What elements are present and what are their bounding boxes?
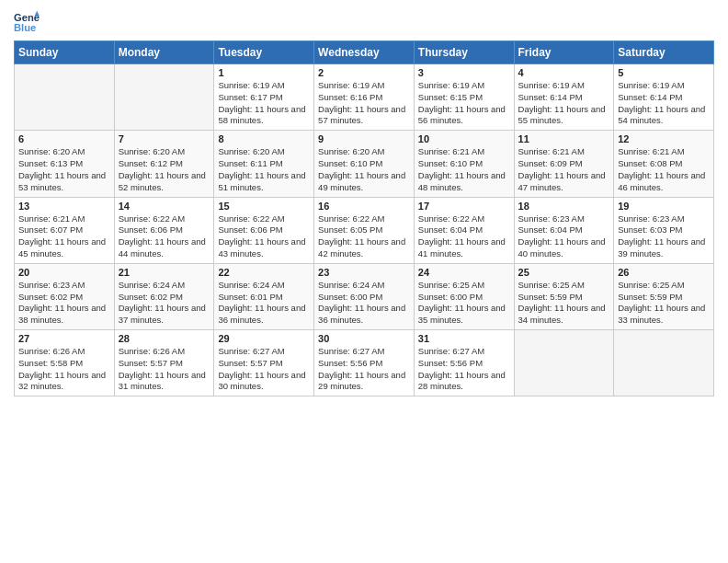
sunset-text: Sunset: 6:03 PM <box>618 224 682 235</box>
sunrise-text: Sunrise: 6:27 AM <box>418 346 484 356</box>
page: General Blue SundayMondayTuesdayWednesda… <box>0 0 728 563</box>
calendar-cell: 18Sunrise: 6:23 AMSunset: 6:04 PMDayligh… <box>514 197 614 263</box>
calendar-cell: 4Sunrise: 6:19 AMSunset: 6:14 PMDaylight… <box>514 64 614 131</box>
sunrise-text: Sunrise: 6:20 AM <box>18 146 85 156</box>
calendar-cell <box>514 330 614 396</box>
daylight-text: Daylight: 11 hours and 36 minutes. <box>218 303 305 325</box>
weekday-header-thursday: Thursday <box>414 41 514 64</box>
daylight-text: Daylight: 11 hours and 35 minutes. <box>418 303 506 325</box>
daylight-text: Daylight: 11 hours and 41 minutes. <box>418 236 506 259</box>
calendar-cell: 1Sunrise: 6:19 AMSunset: 6:17 PMDaylight… <box>214 64 314 131</box>
svg-text:Blue: Blue <box>14 22 36 33</box>
sunset-text: Sunset: 6:00 PM <box>318 292 382 302</box>
calendar-cell: 12Sunrise: 6:21 AMSunset: 6:08 PMDayligh… <box>614 131 714 197</box>
daylight-text: Daylight: 11 hours and 47 minutes. <box>518 170 606 192</box>
daylight-text: Daylight: 11 hours and 56 minutes. <box>418 104 506 126</box>
sunrise-text: Sunrise: 6:19 AM <box>518 80 585 90</box>
day-info: Sunrise: 6:26 AMSunset: 5:58 PMDaylight:… <box>18 346 110 393</box>
sunrise-text: Sunrise: 6:19 AM <box>318 80 384 90</box>
calendar-cell: 8Sunrise: 6:20 AMSunset: 6:11 PMDaylight… <box>214 131 314 197</box>
daylight-text: Daylight: 11 hours and 29 minutes. <box>318 370 405 392</box>
day-info: Sunrise: 6:20 AMSunset: 6:10 PMDaylight:… <box>318 146 410 193</box>
day-info: Sunrise: 6:24 AMSunset: 6:02 PMDaylight:… <box>119 280 210 327</box>
day-number: 23 <box>318 267 410 278</box>
day-number: 11 <box>518 133 610 144</box>
day-info: Sunrise: 6:27 AMSunset: 5:56 PMDaylight:… <box>318 346 410 393</box>
day-number: 29 <box>218 333 310 344</box>
day-number: 6 <box>18 133 110 144</box>
day-number: 7 <box>119 133 210 144</box>
day-number: 31 <box>418 333 510 344</box>
sunset-text: Sunset: 6:12 PM <box>119 158 183 168</box>
daylight-text: Daylight: 11 hours and 28 minutes. <box>418 370 506 392</box>
daylight-text: Daylight: 11 hours and 32 minutes. <box>18 370 106 392</box>
calendar-cell: 30Sunrise: 6:27 AMSunset: 5:56 PMDayligh… <box>314 330 415 396</box>
sunrise-text: Sunrise: 6:24 AM <box>318 280 384 290</box>
daylight-text: Daylight: 11 hours and 54 minutes. <box>618 104 705 126</box>
weekday-header-row: SundayMondayTuesdayWednesdayThursdayFrid… <box>15 41 714 64</box>
calendar-cell: 2Sunrise: 6:19 AMSunset: 6:16 PMDaylight… <box>314 64 415 131</box>
sunrise-text: Sunrise: 6:20 AM <box>318 146 384 156</box>
sunset-text: Sunset: 6:04 PM <box>518 224 583 235</box>
calendar-cell: 11Sunrise: 6:21 AMSunset: 6:09 PMDayligh… <box>514 131 614 197</box>
sunrise-text: Sunrise: 6:20 AM <box>218 146 284 156</box>
calendar-cell: 26Sunrise: 6:25 AMSunset: 5:59 PMDayligh… <box>614 263 714 329</box>
day-info: Sunrise: 6:19 AMSunset: 6:14 PMDaylight:… <box>618 80 710 127</box>
sunrise-text: Sunrise: 6:26 AM <box>119 346 185 356</box>
sunrise-text: Sunrise: 6:20 AM <box>119 146 185 156</box>
sunset-text: Sunset: 6:06 PM <box>218 224 282 235</box>
day-number: 2 <box>318 67 410 78</box>
calendar-cell: 5Sunrise: 6:19 AMSunset: 6:14 PMDaylight… <box>614 64 714 131</box>
day-number: 19 <box>618 201 710 212</box>
sunset-text: Sunset: 6:16 PM <box>318 92 382 102</box>
day-number: 1 <box>218 67 310 78</box>
sunset-text: Sunset: 5:59 PM <box>618 292 682 302</box>
calendar-cell: 9Sunrise: 6:20 AMSunset: 6:10 PMDaylight… <box>314 131 415 197</box>
calendar-body: 1Sunrise: 6:19 AMSunset: 6:17 PMDaylight… <box>15 64 714 396</box>
day-number: 20 <box>18 267 110 278</box>
day-info: Sunrise: 6:25 AMSunset: 6:00 PMDaylight:… <box>418 280 510 327</box>
sunset-text: Sunset: 5:57 PM <box>119 358 183 368</box>
sunrise-text: Sunrise: 6:23 AM <box>618 213 684 224</box>
daylight-text: Daylight: 11 hours and 34 minutes. <box>518 303 606 325</box>
sunset-text: Sunset: 6:05 PM <box>318 224 382 235</box>
day-info: Sunrise: 6:20 AMSunset: 6:11 PMDaylight:… <box>218 146 310 193</box>
day-number: 9 <box>318 133 410 144</box>
day-info: Sunrise: 6:23 AMSunset: 6:04 PMDaylight:… <box>518 213 610 260</box>
sunset-text: Sunset: 6:04 PM <box>418 224 483 235</box>
calendar-cell: 16Sunrise: 6:22 AMSunset: 6:05 PMDayligh… <box>314 197 415 263</box>
daylight-text: Daylight: 11 hours and 52 minutes. <box>119 170 206 192</box>
daylight-text: Daylight: 11 hours and 42 minutes. <box>318 236 405 259</box>
daylight-text: Daylight: 11 hours and 48 minutes. <box>418 170 506 192</box>
day-number: 8 <box>218 133 310 144</box>
sunset-text: Sunset: 6:14 PM <box>618 92 682 102</box>
calendar-cell: 19Sunrise: 6:23 AMSunset: 6:03 PMDayligh… <box>614 197 714 263</box>
day-info: Sunrise: 6:22 AMSunset: 6:06 PMDaylight:… <box>119 213 210 260</box>
day-info: Sunrise: 6:21 AMSunset: 6:07 PMDaylight:… <box>18 213 110 260</box>
calendar-cell: 6Sunrise: 6:20 AMSunset: 6:13 PMDaylight… <box>15 131 115 197</box>
day-number: 22 <box>218 267 310 278</box>
sunrise-text: Sunrise: 6:23 AM <box>18 280 85 290</box>
day-number: 18 <box>518 201 610 212</box>
sunrise-text: Sunrise: 6:22 AM <box>119 213 185 224</box>
calendar-cell: 3Sunrise: 6:19 AMSunset: 6:15 PMDaylight… <box>414 64 514 131</box>
sunset-text: Sunset: 6:08 PM <box>618 158 682 168</box>
day-number: 26 <box>618 267 710 278</box>
sunset-text: Sunset: 6:07 PM <box>18 224 83 235</box>
sunrise-text: Sunrise: 6:26 AM <box>18 346 85 356</box>
sunset-text: Sunset: 6:00 PM <box>418 292 483 302</box>
sunrise-text: Sunrise: 6:19 AM <box>418 80 484 90</box>
sunrise-text: Sunrise: 6:21 AM <box>418 146 484 156</box>
calendar-cell: 15Sunrise: 6:22 AMSunset: 6:06 PMDayligh… <box>214 197 314 263</box>
day-number: 13 <box>18 201 110 212</box>
calendar-cell: 24Sunrise: 6:25 AMSunset: 6:00 PMDayligh… <box>414 263 514 329</box>
day-info: Sunrise: 6:21 AMSunset: 6:08 PMDaylight:… <box>618 146 710 193</box>
weekday-header-monday: Monday <box>114 41 214 64</box>
day-number: 30 <box>318 333 410 344</box>
sunset-text: Sunset: 6:11 PM <box>218 158 282 168</box>
day-info: Sunrise: 6:20 AMSunset: 6:13 PMDaylight:… <box>18 146 110 193</box>
daylight-text: Daylight: 11 hours and 33 minutes. <box>618 303 705 325</box>
day-info: Sunrise: 6:27 AMSunset: 5:56 PMDaylight:… <box>418 346 510 393</box>
weekday-header-sunday: Sunday <box>15 41 115 64</box>
sunset-text: Sunset: 6:09 PM <box>518 158 583 168</box>
